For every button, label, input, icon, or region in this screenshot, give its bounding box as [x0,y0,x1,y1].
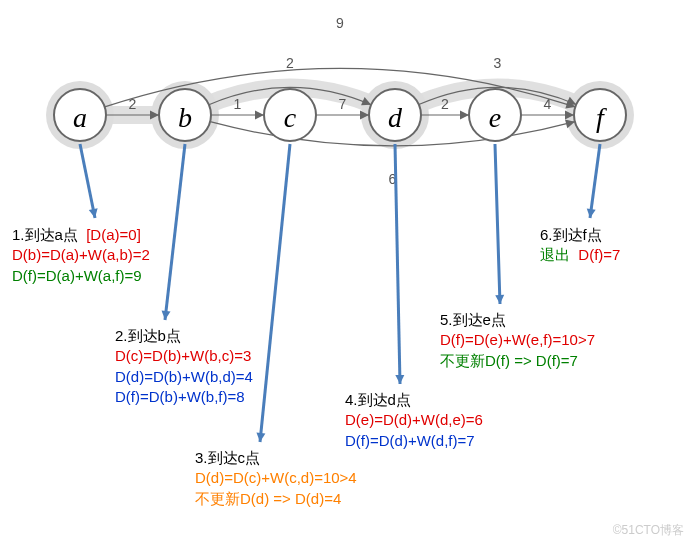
svg-line-44 [590,144,600,218]
step1-extra: [D(a)=0] [86,226,141,243]
step1-l2: D(f)=D(a)+W(a,f)=9 [12,267,142,284]
svg-marker-43 [495,295,504,304]
svg-text:d: d [388,102,403,133]
step4-l2: D(f)=D(d)+W(d,f)=7 [345,432,475,449]
svg-text:c: c [284,102,297,133]
svg-text:3: 3 [494,55,502,71]
svg-text:2: 2 [441,96,449,112]
svg-text:1: 1 [234,96,242,112]
step6-l1b: D(f)=7 [578,246,620,263]
svg-marker-10 [460,111,469,120]
step2-title: 2.到达b点 [115,327,181,344]
svg-marker-41 [395,375,404,384]
step1-title: 1.到达a点 [12,226,78,243]
svg-text:e: e [489,102,501,133]
svg-line-38 [260,144,290,442]
step2-l2: D(d)=D(b)+W(b,d)=4 [115,368,253,385]
svg-text:a: a [73,102,87,133]
step-6: 6.到达f点 退出 D(f)=7 [540,225,620,266]
step6-l1a: 退出 [540,246,570,263]
svg-marker-6 [255,111,264,120]
svg-line-42 [495,144,500,304]
step3-l1: D(d)=D(c)+W(c,d)=10>4 [195,469,357,486]
step2-l3: D(f)=D(b)+W(b,f)=8 [115,388,245,405]
step5-title: 5.到达e点 [440,311,506,328]
svg-text:9: 9 [336,15,344,31]
step5-l2: 不更新D(f) => D(f)=7 [440,352,578,369]
svg-text:2: 2 [286,55,294,71]
svg-line-36 [165,144,185,320]
step6-title: 6.到达f点 [540,226,602,243]
step-4: 4.到达d点 D(e)=D(d)+W(d,e)=6 D(f)=D(d)+W(d,… [345,390,483,451]
step3-l2: 不更新D(d) => D(d)=4 [195,490,341,507]
watermark: ©51CTO博客 [613,522,684,539]
svg-text:b: b [178,102,192,133]
step1-l1: D(b)=D(a)+W(a,b)=2 [12,246,150,263]
step-1: 1.到达a点 [D(a)=0] D(b)=D(a)+W(a,b)=2 D(f)=… [12,225,150,286]
step-5: 5.到达e点 D(f)=D(e)+W(e,f)=10>7 不更新D(f) => … [440,310,595,371]
svg-line-40 [395,144,400,384]
step2-l1: D(c)=D(b)+W(b,c)=3 [115,347,251,364]
step4-l1: D(e)=D(d)+W(d,e)=6 [345,411,483,428]
step-3: 3.到达c点 D(d)=D(c)+W(c,d)=10>4 不更新D(d) => … [195,448,357,509]
svg-text:7: 7 [339,96,347,112]
step-2: 2.到达b点 D(c)=D(b)+W(b,c)=3 D(d)=D(b)+W(b,… [115,326,253,407]
svg-line-34 [80,144,95,218]
step4-title: 4.到达d点 [345,391,411,408]
step3-title: 3.到达c点 [195,449,260,466]
step5-l1: D(f)=D(e)+W(e,f)=10>7 [440,331,595,348]
